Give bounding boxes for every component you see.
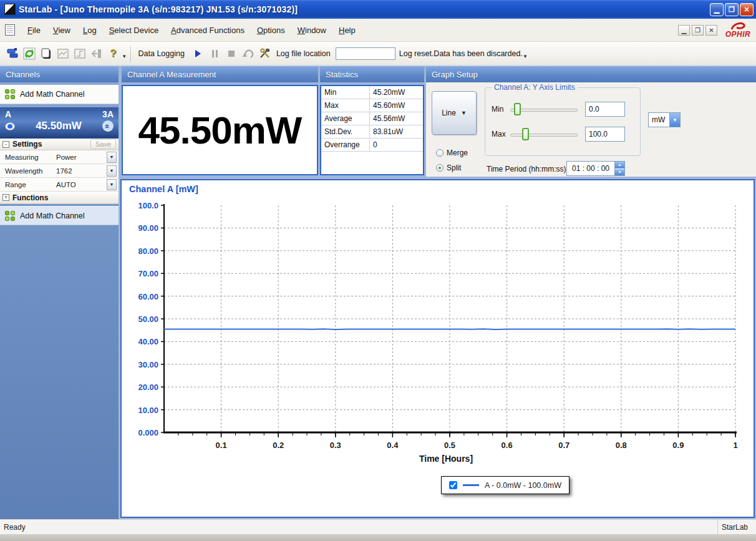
menu-log[interactable]: Log (77, 23, 103, 37)
functions-header[interactable]: + Functions (0, 192, 119, 204)
menu-options[interactable]: Options (251, 23, 291, 37)
min-slider-thumb[interactable] (514, 103, 521, 115)
min-label: Min (492, 105, 510, 114)
mdi-document-icon[interactable] (5, 24, 15, 36)
menu-select-device[interactable]: Select Device (103, 23, 165, 37)
add-math-channel-button-2[interactable]: Add Math Channel (0, 206, 119, 225)
chart-disabled-icon (54, 45, 71, 62)
measuring-dropdown-button[interactable]: ▼ (107, 152, 117, 163)
units-caret-icon: ▼ (669, 113, 680, 127)
stat-row-average: Average 45.56mW (321, 112, 423, 125)
time-period-label: Time Period (hh:mm:ss) (487, 165, 566, 173)
split-radio[interactable]: Split (436, 163, 461, 172)
legend-checkbox[interactable] (449, 481, 457, 489)
measurement-value: 45.50mW (138, 108, 302, 152)
setting-row-range: Range AUTO ▼ (0, 178, 119, 192)
refresh-icon[interactable] (21, 45, 37, 62)
channel-value: 45.50mW (15, 120, 102, 132)
units-dropdown[interactable]: mW ▼ (648, 112, 681, 127)
status-text: Ready (0, 523, 717, 532)
stat-row-min: Min 45.20mW (321, 86, 423, 99)
measurement-panel: Channel A Measurement 45.50mW (122, 66, 318, 177)
expand-functions-icon[interactable]: + (2, 194, 9, 201)
menu-bar: File View Log Select Device Advanced Fun… (0, 19, 756, 42)
y-min-input[interactable] (585, 102, 625, 117)
add-math-channel-button[interactable]: Add Math Channel (0, 85, 119, 104)
svg-text:100.0: 100.0 (138, 201, 158, 210)
wavelength-dropdown-button[interactable]: ▼ (107, 165, 117, 177)
channel-a-card[interactable]: A 3A 45.50mW « (0, 107, 119, 139)
min-slider[interactable] (510, 103, 578, 115)
close-button[interactable]: ✕ (740, 3, 754, 16)
mdi-restore-button[interactable]: ❐ (692, 25, 704, 36)
math-channel-icon (5, 89, 15, 99)
range-dropdown-button[interactable]: ▼ (107, 179, 117, 190)
max-slider[interactable] (510, 128, 578, 140)
new-document-icon[interactable] (37, 45, 54, 62)
log-settings-icon[interactable] (257, 45, 274, 62)
svg-text:0.1: 0.1 (216, 441, 227, 450)
status-app-name: StarLab (717, 520, 756, 534)
menu-help[interactable]: Help (332, 23, 362, 37)
add-math-channel-label: Add Math Channel (20, 90, 85, 99)
time-period-up-icon[interactable]: ▲ (615, 162, 624, 169)
log-file-location-label: Log file location (276, 49, 331, 58)
time-period-down-icon[interactable]: ▼ (615, 169, 624, 176)
measurement-display: 45.50mW (122, 85, 318, 175)
collapse-settings-icon[interactable]: - (2, 141, 9, 148)
menu-advanced-functions[interactable]: Advanced Functions (165, 23, 251, 37)
svg-text:90.00: 90.00 (138, 223, 158, 233)
svg-text:20.00: 20.00 (138, 383, 158, 392)
svg-text:50.00: 50.00 (138, 314, 158, 324)
minimize-button[interactable]: ▁ (710, 3, 724, 16)
menu-file[interactable]: File (21, 23, 47, 37)
status-bar: Ready StarLab (0, 519, 756, 534)
setting-row-wavelength: Wavelength 1762 ▼ (0, 164, 119, 178)
x-axis-title: Time [Hours] (159, 454, 733, 464)
svg-text:0.2: 0.2 (273, 441, 284, 450)
svg-text:70.00: 70.00 (138, 269, 158, 278)
y-axis-limits-label: Channel A: Y Axis Limits (492, 83, 578, 92)
save-button[interactable]: Save (90, 139, 116, 149)
statistics-panel: Statistics Min 45.20mW Max 45.60mW Avera… (320, 66, 424, 177)
restore-button[interactable]: ❐ (725, 3, 739, 16)
menu-window[interactable]: Window (291, 23, 332, 37)
help-icon[interactable]: ? (105, 45, 122, 62)
stat-row-overrange: Overrange 0 (321, 139, 423, 152)
setting-row-measuring: Measuring Power ▼ (0, 150, 119, 164)
time-period-spinner[interactable]: 01 : 00 : 00 ▲ ▼ (566, 161, 625, 176)
taskbar-edge (0, 534, 756, 541)
log-status-caret-icon[interactable]: ▾ (524, 53, 527, 59)
toolbar-separator (130, 46, 132, 62)
collapse-channel-icon[interactable]: « (102, 120, 114, 132)
select-device-icon[interactable] (4, 45, 21, 62)
max-slider-thumb[interactable] (522, 128, 529, 140)
start-log-icon[interactable] (190, 45, 206, 62)
menu-view[interactable]: View (47, 23, 77, 37)
y-max-input[interactable] (585, 127, 625, 142)
merge-radio-circle[interactable] (436, 149, 443, 157)
settings-header[interactable]: - Settings Save (0, 139, 119, 150)
svg-text:80.00: 80.00 (138, 246, 158, 256)
split-radio-circle[interactable] (436, 164, 443, 172)
stat-row-stddev: Std.Dev. 83.81uW (321, 125, 423, 139)
chart-plot-area[interactable]: 0.10.20.30.40.50.60.70.80.910.00010.0020… (125, 198, 750, 450)
data-logging-label: Data Logging (138, 49, 185, 58)
measurement-header: Channel A Measurement (122, 66, 318, 82)
graph-setup-panel: Graph Setup Line ▼ Channel A: Y Axis Lim… (426, 66, 756, 177)
channel-select-radio[interactable] (5, 122, 15, 130)
log-file-input[interactable] (336, 47, 395, 60)
math-channel-icon (5, 211, 15, 221)
chart-legend: A - 0.0mW - 100.0mW (441, 476, 569, 494)
channel-sensor: 3A (102, 109, 114, 119)
merge-radio[interactable]: Merge (436, 149, 468, 157)
svg-text:10.00: 10.00 (138, 406, 158, 415)
graph-type-dropdown[interactable]: Line ▼ (432, 91, 477, 135)
mdi-close-button[interactable]: ✕ (705, 25, 717, 36)
toolbar-overflow-caret-icon[interactable]: ▾ (123, 53, 126, 59)
toolbar: ? ▾ Data Logging Log file location Log r… (0, 42, 756, 66)
svg-text:0.6: 0.6 (502, 441, 513, 450)
svg-text:0.5: 0.5 (444, 441, 455, 450)
mdi-minimize-button[interactable]: ▁ (678, 25, 690, 36)
svg-text:60.00: 60.00 (138, 292, 158, 301)
